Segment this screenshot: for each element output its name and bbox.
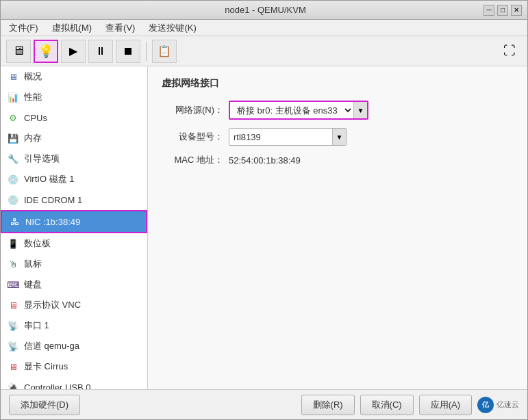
menu-file[interactable]: 文件(F) xyxy=(3,21,44,36)
network-source-label: 网络源(N)： xyxy=(162,104,223,116)
ide-cdrom-icon: 💿 xyxy=(6,193,20,207)
sidebar-label-qemu-ga: 信道 qemu-ga xyxy=(24,340,79,352)
menu-sendkey[interactable]: 发送按键(K) xyxy=(143,21,201,36)
sidebar-label-keyboard: 键盘 xyxy=(24,278,42,291)
sidebar-label-boot: 引导选项 xyxy=(24,153,60,165)
sidebar-item-qemu-ga[interactable]: 📡 信道 qemu-ga xyxy=(1,336,147,356)
toolbar-separator xyxy=(146,42,147,61)
sidebar-item-memory[interactable]: 💾 内存 xyxy=(1,128,147,148)
device-type-dropdown[interactable]: rtl8139 ▼ xyxy=(229,128,347,146)
title-bar: node1 - QEMU/KVM ─ □ ✕ xyxy=(1,1,527,20)
network-source-dropdown[interactable]: 桥接 br0: 主机设备 ens33 ▼ xyxy=(229,101,368,120)
mouse-icon: 🖱 xyxy=(6,257,20,271)
sidebar-item-ide-cdrom[interactable]: 💿 IDE CDROM 1 xyxy=(1,189,147,210)
display-icon: 🖥 xyxy=(6,360,20,373)
device-type-arrow[interactable]: ▼ xyxy=(332,129,346,145)
light-button[interactable]: 💡 xyxy=(34,40,58,63)
sidebar-label-overview: 概况 xyxy=(24,70,42,83)
logo-text: 亿速云 xyxy=(496,399,519,410)
sidebar-item-nic[interactable]: 🖧 NIC :1b:38:49 xyxy=(1,210,147,233)
network-source-group: 网络源(N)： 桥接 br0: 主机设备 ens33 ▼ xyxy=(162,101,514,120)
sidebar-label-ide-cdrom: IDE CDROM 1 xyxy=(24,195,82,205)
menu-vm[interactable]: 虚拟机(M) xyxy=(47,21,98,36)
sidebar-item-serial[interactable]: 📡 串口 1 xyxy=(1,315,147,336)
network-source-select[interactable]: 桥接 br0: 主机设备 ens33 xyxy=(230,103,353,118)
stop-icon: ⏹ xyxy=(123,45,134,57)
main-window: node1 - QEMU/KVM ─ □ ✕ 文件(F) 虚拟机(M) 查看(V… xyxy=(0,0,528,420)
sidebar-item-cpus[interactable]: ⚙ CPUs xyxy=(1,107,147,128)
cpus-icon: ⚙ xyxy=(6,111,20,124)
sidebar-item-display[interactable]: 🖥 显卡 Cirrus xyxy=(1,356,147,377)
keyboard-icon: ⌨ xyxy=(6,278,20,291)
sidebar-label-mouse: 鼠标 xyxy=(24,258,42,270)
qemu-ga-icon: 📡 xyxy=(6,339,20,353)
add-hardware-button[interactable]: 添加硬件(D) xyxy=(9,395,80,415)
maximize-button[interactable]: □ xyxy=(497,5,508,16)
overview-icon: 🖥 xyxy=(6,70,20,83)
vnc-icon: 🖥 xyxy=(6,298,20,312)
memory-icon: 💾 xyxy=(6,131,20,145)
pause-button[interactable]: ⏸ xyxy=(88,40,113,63)
mac-address-group: MAC 地址： 52:54:00:1b:38:49 xyxy=(162,154,514,166)
device-type-group: 设备型号： rtl8139 ▼ xyxy=(162,128,514,146)
pause-icon: ⏸ xyxy=(95,45,106,57)
window-title: node1 - QEMU/KVM xyxy=(47,5,483,15)
sidebar-label-tablet: 数位板 xyxy=(24,237,51,250)
sidebar-item-virtio-disk[interactable]: 💿 VirtIO 磁盘 1 xyxy=(1,169,147,189)
mac-address-value: 52:54:00:1b:38:49 xyxy=(229,155,301,166)
content-area: 🖥 概况 📊 性能 ⚙ CPUs 💾 内存 🔧 引导选项 💿 VirtIO xyxy=(1,66,527,389)
serial-icon: 📡 xyxy=(6,319,20,332)
screen-button[interactable]: ⛶ xyxy=(497,40,522,63)
sidebar-label-virtio-disk: VirtIO 磁盘 1 xyxy=(24,173,74,185)
play-icon: ▶ xyxy=(69,44,77,57)
logo-area: 亿 亿速云 xyxy=(477,397,519,413)
performance-icon: 📊 xyxy=(6,90,20,104)
light-icon: 💡 xyxy=(38,44,53,59)
close-button[interactable]: ✕ xyxy=(511,5,522,16)
sidebar-item-performance[interactable]: 📊 性能 xyxy=(1,87,147,107)
tablet-icon: 📱 xyxy=(6,237,20,250)
sidebar-label-usb: Controller USB 0 xyxy=(24,382,91,390)
sidebar-item-mouse[interactable]: 🖱 鼠标 xyxy=(1,254,147,274)
menu-bar: 文件(F) 虚拟机(M) 查看(V) 发送按键(K) xyxy=(1,20,527,36)
usb-icon: 🔌 xyxy=(6,380,20,389)
sidebar-label-memory: 内存 xyxy=(24,132,42,144)
nic-icon: 🖧 xyxy=(8,215,21,228)
footer-left: 添加硬件(D) xyxy=(9,395,296,415)
sidebar-label-nic: NIC :1b:38:49 xyxy=(25,217,80,227)
screen-icon: ⛶ xyxy=(503,44,516,58)
sidebar-label-performance: 性能 xyxy=(24,91,42,103)
sidebar-item-keyboard[interactable]: ⌨ 键盘 xyxy=(1,274,147,295)
footer: 添加硬件(D) 删除(R) 取消(C) 应用(A) 亿 亿速云 xyxy=(1,389,527,419)
computer-button[interactable]: 🖥 xyxy=(6,40,31,63)
play-button[interactable]: ▶ xyxy=(61,40,86,63)
sidebar-item-tablet[interactable]: 📱 数位板 xyxy=(1,233,147,254)
menu-view[interactable]: 查看(V) xyxy=(100,21,140,36)
sidebar-item-usb[interactable]: 🔌 Controller USB 0 xyxy=(1,377,147,389)
minimize-button[interactable]: ─ xyxy=(483,5,494,16)
stop-button[interactable]: ⏹ xyxy=(116,40,140,63)
copy-button[interactable]: 📋 xyxy=(152,40,177,63)
sidebar: 🖥 概况 📊 性能 ⚙ CPUs 💾 内存 🔧 引导选项 💿 VirtIO xyxy=(1,66,148,389)
device-type-select[interactable]: rtl8139 xyxy=(229,130,332,144)
sidebar-label-serial: 串口 1 xyxy=(24,319,49,332)
sidebar-label-display: 显卡 Cirrus xyxy=(24,360,68,373)
sidebar-item-boot[interactable]: 🔧 引导选项 xyxy=(1,148,147,169)
device-type-label: 设备型号： xyxy=(162,131,223,143)
network-source-arrow[interactable]: ▼ xyxy=(353,102,367,118)
boot-icon: 🔧 xyxy=(6,152,20,166)
toolbar: 🖥 💡 ▶ ⏸ ⏹ 📋 ⛶ xyxy=(1,36,527,66)
logo-icon: 亿 xyxy=(477,397,494,413)
sidebar-label-cpus: CPUs xyxy=(24,113,47,123)
copy-icon: 📋 xyxy=(158,44,171,57)
sidebar-item-overview[interactable]: 🖥 概况 xyxy=(1,66,147,87)
sidebar-label-vnc: 显示协议 VNC xyxy=(24,299,81,311)
sidebar-item-vnc[interactable]: 🖥 显示协议 VNC xyxy=(1,295,147,315)
virtio-disk-icon: 💿 xyxy=(6,172,20,186)
computer-icon: 🖥 xyxy=(12,44,25,58)
delete-button[interactable]: 删除(R) xyxy=(301,395,355,415)
main-panel: 虚拟网络接口 网络源(N)： 桥接 br0: 主机设备 ens33 ▼ 设备型号… xyxy=(148,66,527,389)
cancel-button[interactable]: 取消(C) xyxy=(360,395,414,415)
apply-button[interactable]: 应用(A) xyxy=(419,395,472,415)
panel-title: 虚拟网络接口 xyxy=(162,77,514,90)
